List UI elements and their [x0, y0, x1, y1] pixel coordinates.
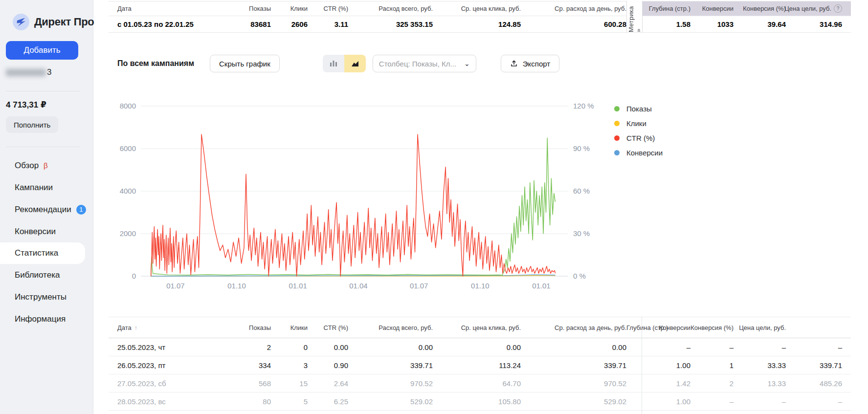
hide-chart-button[interactable]: Скрыть график: [210, 55, 280, 72]
stats-cell: 2.64: [308, 379, 348, 388]
sidebar-item-label: Библиотека: [15, 270, 60, 280]
stats-cell: 0.00: [433, 343, 521, 351]
stats-cell: 13.33: [734, 379, 786, 388]
stats-column-header[interactable]: Конверсии: [642, 324, 690, 331]
legend-item[interactable]: CTR (%): [614, 131, 663, 145]
svg-text:01.01: 01.01: [289, 282, 307, 290]
metrika-column-header: Цена цели, руб.?: [786, 4, 842, 13]
svg-text:4000: 4000: [120, 187, 136, 195]
stats-column-header[interactable]: Дата↑: [117, 324, 240, 331]
sort-asc-icon: ↑: [134, 325, 137, 331]
legend-item[interactable]: Конверсии: [614, 145, 663, 160]
svg-text:0: 0: [132, 272, 136, 280]
svg-text:01.04: 01.04: [349, 282, 368, 290]
scope-label: По всем кампаниям: [117, 59, 194, 68]
summary-value: 2606: [271, 20, 308, 28]
sidebar-item-statistika[interactable]: Статистика: [0, 242, 85, 264]
sidebar-item-label: Кампании: [15, 183, 53, 193]
sidebar-item-label: Статистика: [15, 248, 58, 258]
chart-type-toggle: [323, 55, 366, 72]
svg-text:90 %: 90 %: [573, 144, 590, 153]
metrika-column-label: Глубина (стр.): [649, 5, 690, 12]
sidebar-item-instrumenty[interactable]: Инструменты: [0, 286, 93, 308]
sidebar-menu: ОбзорβКампанииРекомендации1КонверсииСтат…: [0, 154, 93, 330]
export-button[interactable]: Экспорт: [501, 55, 559, 72]
stats-column-label: Дата: [117, 324, 132, 331]
stats-cell: 1.42: [642, 379, 690, 388]
svg-text:01.01: 01.01: [532, 282, 551, 290]
stats-row: 26.05.2023, пт33430.90339.71113.24339.71…: [109, 356, 851, 374]
export-icon: [510, 60, 518, 67]
stats-date-cell: 25.05.2023, чт: [117, 343, 240, 351]
svg-text:01.07: 01.07: [166, 282, 185, 290]
metrika-column-header: Глубина (стр.): [642, 5, 690, 12]
svg-text:0 %: 0 %: [573, 272, 586, 280]
area-chart-icon[interactable]: [344, 55, 366, 72]
stats-cell: 339.71: [786, 361, 842, 370]
stats-column-header[interactable]: Показы: [240, 324, 271, 331]
sidebar-item-rekomendacii[interactable]: Рекомендации1: [0, 198, 93, 220]
stats-cell: 3: [271, 361, 308, 370]
stats-cell: 5: [271, 397, 308, 406]
sidebar-item-label: Информация: [15, 314, 66, 324]
stats-column-label: CTR (%): [323, 324, 348, 331]
stats-cell: 0.00: [348, 343, 433, 351]
add-button[interactable]: Добавить: [6, 41, 78, 60]
legend-label: CTR (%): [626, 134, 655, 142]
sidebar-item-biblioteka[interactable]: Библиотека: [0, 264, 93, 286]
stats-column-header[interactable]: Конверсия (%): [690, 324, 734, 331]
logo[interactable]: Директ Про: [13, 14, 94, 30]
stats-column-header[interactable]: Ср. расход за день, руб.: [521, 324, 626, 331]
sidebar-item-obzor[interactable]: Обзорβ: [0, 154, 93, 176]
stats-cell: 0: [271, 343, 308, 351]
stats-column-label: Цена цели, руб.: [739, 324, 786, 331]
summary-column-header: Ср. расход за день, руб.: [521, 5, 626, 12]
stats-column-header[interactable]: Глубина (стр.): [626, 324, 642, 331]
legend-item[interactable]: Показы: [614, 101, 663, 116]
sidebar-divider: [6, 147, 80, 147]
column-select[interactable]: Столбец: Показы, Кл... ⌄: [373, 55, 476, 72]
stats-cell: 970.52: [521, 379, 626, 388]
chevron-down-icon: ⌄: [464, 60, 470, 67]
summary-column-header: Показы: [240, 5, 271, 12]
account-id[interactable]: 3: [6, 67, 51, 77]
sidebar-item-kampanii[interactable]: Кампании: [0, 176, 93, 198]
legend-label: Конверсии: [626, 149, 663, 157]
summary-value: 325 353.15: [348, 20, 433, 28]
stats-cell: –: [786, 343, 842, 351]
sidebar-item-label: Конверсии: [15, 227, 56, 237]
stats-column-header[interactable]: CTR (%): [308, 324, 348, 331]
summary-value: 1.58: [642, 20, 690, 28]
stats-cell: 15: [271, 379, 308, 388]
summary-value: 39.64: [734, 20, 786, 28]
legend-dot: [614, 106, 620, 111]
help-icon[interactable]: ?: [834, 4, 842, 13]
bar-chart-icon[interactable]: [323, 55, 344, 72]
stats-cell: 113.24: [433, 361, 521, 370]
sidebar-item-konversii[interactable]: Конверсии: [0, 220, 93, 242]
beta-badge: β: [44, 161, 48, 170]
stats-cell: 0.00: [521, 343, 626, 351]
direct-pro-app: Директ Про Добавить 3 4 713,31 ₽ Пополни…: [0, 0, 868, 414]
stats-cell: 339.71: [521, 361, 626, 370]
stats-column-header[interactable]: Расход всего, руб.: [348, 324, 433, 331]
topup-button[interactable]: Пополнить: [6, 116, 58, 133]
stats-row: 28.05.2023, вс8056.25529.02105.80529.021…: [109, 392, 851, 411]
stats-column-header[interactable]: Ср. цена клика, руб.: [433, 324, 521, 331]
stats-cell: –: [690, 397, 734, 406]
svg-text:01.10: 01.10: [227, 282, 246, 290]
summary-table: ДатаПоказыКликиCTR (%)Расход всего, руб.…: [109, 1, 851, 33]
stats-column-header[interactable]: Клики: [271, 324, 308, 331]
stats-column-label: Показы: [249, 324, 271, 331]
svg-text:8000: 8000: [120, 102, 136, 110]
sidebar-item-informaciya[interactable]: Информация: [0, 308, 93, 330]
stats-cell: 529.02: [348, 397, 433, 406]
legend-item[interactable]: Клики: [614, 116, 663, 131]
sidebar-item-label: Обзор: [15, 161, 39, 171]
chart-toolbar: По всем кампаниям Скрыть график Столбец:…: [117, 55, 559, 72]
stats-row: 25.05.2023, чт200.000.000.000.00––––: [109, 338, 851, 356]
stats-column-header[interactable]: Цена цели, руб.: [734, 324, 786, 331]
metrika-tab[interactable]: Метрика »: [626, 1, 643, 32]
stats-cell: 970.52: [348, 379, 433, 388]
metrika-column-label: Конверсии: [702, 5, 734, 12]
